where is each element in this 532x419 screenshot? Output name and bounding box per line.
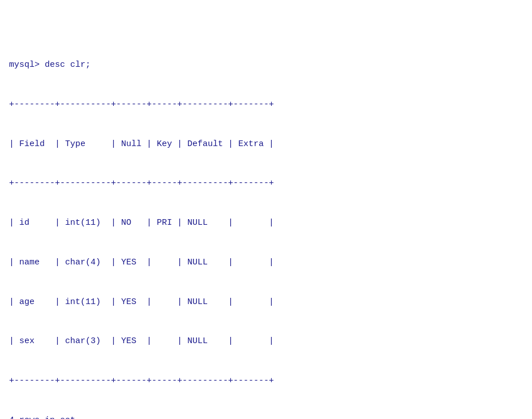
terminal-window: mysql> desc clr; +--------+----------+--… [9,6,523,419]
table1-row-age: | age | int(11) | YES | | NULL | | [9,296,523,309]
table1-sep2: +--------+----------+------+-----+------… [9,177,523,190]
table1-row-sex: | sex | char(3) | YES | | NULL | | [9,335,523,348]
table1-sep3: +--------+----------+------+-----+------… [9,374,523,387]
table1-footer: 4 rows in set [9,414,523,419]
section-desc-clr-1: mysql> desc clr; +--------+----------+--… [9,32,523,420]
table1-header: | Field | Type | Null | Key | Default | … [9,138,523,151]
table1-row-id: | id | int(11) | NO | PRI | NULL | | [9,216,523,229]
table1-row-name: | name | char(4) | YES | | NULL | | [9,256,523,269]
cmd-desc-clr-1: mysql> desc clr; [9,58,523,71]
table1-sep1: +--------+----------+------+-----+------… [9,98,523,111]
